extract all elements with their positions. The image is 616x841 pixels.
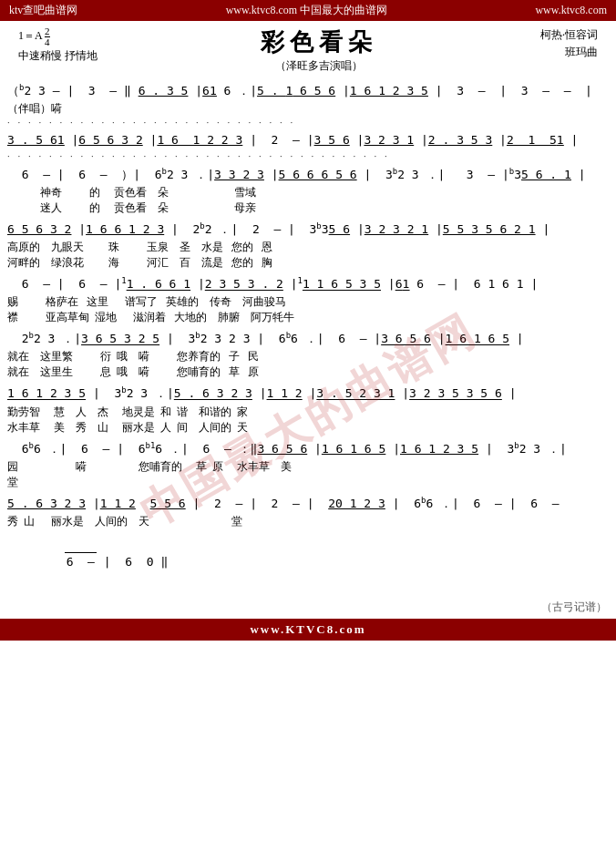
tempo-text: 中速稍慢 抒情地 [18,47,98,64]
lyrics-8b: 堂 [7,475,609,490]
song-title: 彩色看朵 [261,26,377,58]
dots-1: · · · · · · · · · · · · · · · · · · · · … [7,117,609,128]
lyrics-6b: 就在 这里生 息 哦 嗬 您哺育的 草 原 [7,364,609,380]
footer-website: www.KTVC8.com [250,622,365,636]
notation-5: 6 — | 6 — |11 . 6 6 1 |2 3 5 3 . 2 |11 1… [7,274,609,294]
lyrics-5a: 赐 格萨在 这里 谱写了 英雄的 传奇 河曲骏马 [7,294,609,310]
lyrics-4a: 高原的 九眼天 珠 玉泉 圣 水是 您的 恩 [7,240,609,255]
subtitle: （泽旺多吉演唱） [261,58,377,74]
dots-2: · · · · · · · · · · · · · · · · · · · · … [7,150,609,161]
lyrics-1: （伴唱）嗬 [7,101,609,117]
music-line-2: 3 . 5 61 |6 5 6 3 2 |1 6 1 2 2 3 | 2 — |… [7,131,609,161]
lyrics-8a: 园 嗬 您哺育的 草 原 水丰草 美 [7,459,609,475]
notation-9: 5 . 6 3 2 3 |1 1 2 5 5 6 | 2 — | 2 — | 2… [7,494,609,514]
music-line-3: 6 — | 6 — ）| 6b2 3 ．|3 3 2 3 |5 6 6 6 5 … [7,165,609,216]
lyrics-6a: 就在 这里繁 衍 哦 嗬 您养育的 子 民 [7,349,609,364]
lyrics-3b: 迷人 的 贡色看 朵 母亲 [7,200,609,216]
music-content: （b2 3 — | 3 — ‖ 6 . 3 5 |61 6 ．|5 . 1 6 … [0,79,616,596]
lyrics-4b: 河畔的 绿浪花 海 河汇 百 流是 您的 胸 [7,255,609,271]
music-line-10: 6 — | 6 0 ‖ [7,533,609,590]
website-footer: www.KTVC8.com [0,619,616,641]
composer: 班玛曲 [540,44,598,61]
meta-left: 1＝A 2 4 中速稍慢 抒情地 [18,26,98,64]
title-block: 彩色看朵 （泽旺多吉演唱） [261,26,377,76]
lyrics-5b: 襟 亚高草甸 湿地 滋润着 大地的 肺腑 阿万牦牛 [7,310,609,325]
top-bar-right: www.ktvc8.com [535,4,607,17]
footer-note: （古弓记谱） [0,596,616,619]
music-line-1: （b2 3 — | 3 — ‖ 6 . 3 5 |61 6 ．|5 . 1 6 … [7,81,609,128]
lyrics-7b: 水丰草 美 秀 山 丽水是 人 间 人间的 天 [7,420,609,436]
notation-6: 2b2 3 ．|3 6 5 3 2 5 | 3b2 3 2 3 | 6b6 ．|… [7,329,609,349]
music-line-9: 5 . 6 3 2 3 |1 1 2 5 5 6 | 2 — | 2 — | 2… [7,494,609,529]
lyricist: 柯热·恒容词 [540,26,598,44]
header-area: 1＝A 2 4 中速稍慢 抒情地 彩色看朵 （泽旺多吉演唱） 柯热·恒容词 班玛… [0,21,616,76]
top-bar: ktv查吧曲谱网 www.ktvc8.com 中国最大的曲谱网 www.ktvc… [0,0,616,21]
notation-7: 1 6 1 2 3 5 | 3b2 3 ．|5 . 6 3 2 3 |1 1 2… [7,384,609,404]
meta-row: 1＝A 2 4 中速稍慢 抒情地 彩色看朵 （泽旺多吉演唱） 柯热·恒容词 班玛… [9,26,607,76]
notation-8: 6b6 ．| 6 — | 6b16 ．| 6 — ：‖3 6 5 6 |1 6 … [7,439,609,459]
meta-right: 柯热·恒容词 班玛曲 [540,26,598,61]
top-bar-center: www.ktvc8.com 中国最大的曲谱网 [226,3,388,18]
footer-note-text: （古弓记谱） [541,600,607,613]
notation-2: 3 . 5 61 |6 5 6 3 2 |1 6 1 2 2 3 | 2 — |… [7,131,609,150]
lyrics-9: 秀 山 丽水是 人间的 天 堂 [7,514,609,529]
lyrics-3a: 神奇 的 贡色看 朵 雪域 [7,185,609,200]
music-line-6: 2b2 3 ．|3 6 5 3 2 5 | 3b2 3 2 3 | 6b6 ．|… [7,329,609,380]
music-line-7: 1 6 1 2 3 5 | 3b2 3 ．|5 . 6 3 2 3 |1 1 2… [7,384,609,435]
top-bar-left: ktv查吧曲谱网 [9,3,77,18]
final-line: 6 — | 6 0 ‖ [7,533,609,590]
tempo-line: 1＝A 2 4 [18,26,98,47]
notation-3: 6 — | 6 — ）| 6b2 3 ．|3 3 2 3 |5 6 6 6 5 … [7,165,609,185]
notation-4: 6 5 6 3 2 |1 6 6 1 2 3 | 2b2 ．| 2 — | 3b… [7,220,609,240]
music-line-8: 6b6 ．| 6 — | 6b16 ．| 6 — ：‖3 6 5 6 |1 6 … [7,439,609,490]
music-line-5: 6 — | 6 — |11 . 6 6 1 |2 3 5 3 . 2 |11 1… [7,274,609,325]
music-line-4: 6 5 6 3 2 |1 6 6 1 2 3 | 2b2 ．| 2 — | 3b… [7,220,609,271]
lyrics-7a: 勤劳智 慧 人 杰 地灵是 和 谐 和谐的 家 [7,405,609,420]
notation-1: （b2 3 — | 3 — ‖ 6 . 3 5 |61 6 ．|5 . 1 6 … [7,81,609,101]
